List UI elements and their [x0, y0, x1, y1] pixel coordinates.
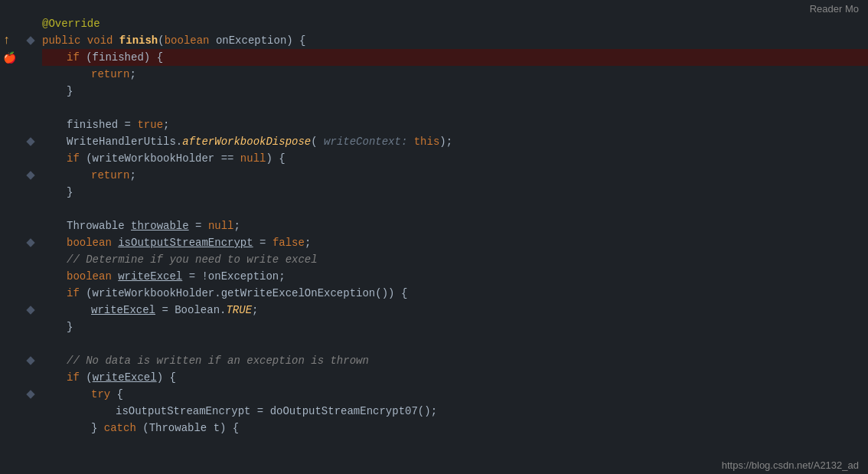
code-line: if (writeWorkbookHolder == null ) {: [42, 150, 868, 167]
code-line: [42, 335, 868, 352]
gutter-markers: [28, 32, 34, 403]
code-line: return ;: [42, 167, 868, 184]
code-line: WriteHandlerUtils . afterWorkbookDispose…: [42, 133, 868, 150]
marker-5: [28, 302, 34, 319]
marker-3: [28, 167, 34, 184]
code-line: }: [42, 184, 868, 201]
code-line: try {: [42, 386, 868, 403]
code-line: writeExcel = Boolean. TRUE ;: [42, 302, 868, 319]
code-area: @Override public void finish ( boolean o…: [42, 15, 868, 474]
bookmark-icon: 🍎: [3, 51, 16, 64]
code-line: }: [42, 319, 868, 335]
gutter-line-2: 🍎: [3, 49, 16, 66]
arrow-icon: ↑: [3, 34, 11, 47]
code-line: if ( writeExcel ) {: [42, 369, 868, 386]
marker-7: [28, 386, 34, 403]
code-line: isOutputStreamEncrypt = doOutputStreamEn…: [42, 403, 868, 420]
code-line: if (writeWorkbookHolder.getWriteExcelOnE…: [42, 285, 868, 302]
code-line: boolean writeExcel = !onException;: [42, 268, 868, 285]
reader-mode-label: Reader Mo: [810, 3, 859, 15]
code-line: return ;: [42, 66, 868, 83]
code-line: @Override: [42, 15, 868, 32]
gutter-line-1: ↑: [3, 32, 16, 49]
code-line: [42, 100, 868, 116]
marker-6: [28, 352, 34, 369]
code-line: boolean isOutputStreamEncrypt = false ;: [42, 234, 868, 251]
code-line: // No data is written if an exception is…: [42, 352, 868, 369]
editor-container: ↑ 🍎: [0, 0, 868, 474]
code-line-highlighted: if (finished) {: [42, 49, 868, 66]
code-line: public void finish ( boolean onException…: [42, 32, 868, 49]
code-line: // Determine if you need to write excel: [42, 251, 868, 268]
code-line: }: [42, 83, 868, 100]
code-line: [42, 201, 868, 217]
marker-4: [28, 234, 34, 251]
url-label: https://blog.csdn.net/A2132_ad: [722, 459, 859, 471]
marker-1: [28, 32, 34, 49]
code-line: Throwable throwable = null ;: [42, 217, 868, 234]
code-line: finished = true ;: [42, 116, 868, 133]
marker-2: [28, 133, 34, 150]
gutter: ↑ 🍎: [0, 15, 42, 474]
code-line: } catch (Throwable t) {: [42, 420, 868, 436]
bottom-bar: https://blog.csdn.net/A2132_ad: [713, 456, 868, 474]
code-lines: @Override public void finish ( boolean o…: [42, 15, 868, 436]
